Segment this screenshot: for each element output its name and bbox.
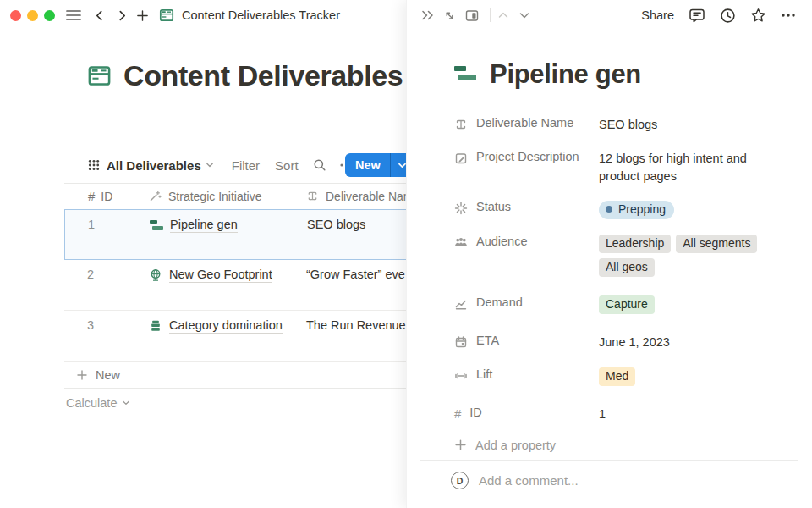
page-table-icon bbox=[87, 64, 112, 88]
view-bar: All Deliverables Filter Sort bbox=[88, 152, 354, 178]
more-options-ellipsis-icon[interactable] bbox=[781, 13, 796, 18]
spinner-icon bbox=[454, 202, 468, 215]
property-row-lift: Lift Med bbox=[454, 367, 782, 391]
bar-chart-icon bbox=[454, 64, 477, 86]
audience-tag[interactable]: Leadership bbox=[599, 235, 671, 253]
chevron-down-icon bbox=[122, 399, 130, 407]
property-label[interactable]: Project Description bbox=[454, 150, 599, 165]
favorite-star-icon[interactable] bbox=[750, 8, 766, 24]
record-title-link[interactable]: Pipeline gen bbox=[170, 218, 238, 233]
people-icon bbox=[454, 236, 468, 249]
plus-icon bbox=[76, 369, 88, 381]
comment-composer[interactable]: D Add a comment... bbox=[451, 472, 579, 489]
property-value[interactable]: Med bbox=[599, 367, 772, 391]
line-chart-icon bbox=[454, 297, 468, 311]
forward-icon[interactable] bbox=[117, 10, 128, 21]
filter-button[interactable]: Filter bbox=[232, 158, 260, 173]
property-row-id: # ID 1 bbox=[454, 406, 782, 423]
new-tab-icon[interactable] bbox=[136, 9, 149, 22]
lift-tag[interactable]: Med bbox=[599, 367, 635, 386]
sort-button[interactable]: Sort bbox=[275, 158, 299, 173]
property-label[interactable]: Audience bbox=[454, 235, 599, 249]
column-header-label: ID bbox=[101, 190, 112, 203]
zoom-window-button[interactable] bbox=[44, 10, 55, 21]
property-label[interactable]: # ID bbox=[454, 406, 599, 421]
audience-tag[interactable]: All segments bbox=[676, 235, 757, 253]
table-row[interactable]: 3 Category domination The Run Revenue S bbox=[64, 311, 430, 362]
property-row-demand: Demand Capture bbox=[454, 295, 782, 319]
text-icon bbox=[306, 190, 319, 202]
calculate-label: Calculate bbox=[66, 396, 117, 410]
calendar-icon bbox=[454, 335, 468, 349]
bar-chart-icon bbox=[150, 219, 163, 232]
text-icon bbox=[454, 118, 468, 131]
view-name-dropdown[interactable]: All Deliverables bbox=[107, 158, 201, 173]
add-property-button[interactable]: Add a property bbox=[454, 439, 782, 452]
property-label[interactable]: Lift bbox=[454, 367, 599, 383]
property-value[interactable]: Capture bbox=[599, 295, 772, 319]
close-window-button[interactable] bbox=[10, 10, 21, 21]
cell-id[interactable]: 3 bbox=[64, 311, 134, 361]
column-header-strategic-initiative[interactable]: Strategic Initiative bbox=[134, 190, 299, 203]
side-peek-layout-icon[interactable] bbox=[465, 9, 479, 22]
share-button[interactable]: Share bbox=[641, 8, 674, 22]
panel-toolbar: Share bbox=[407, 0, 812, 30]
property-value[interactable]: June 1, 2023 bbox=[599, 334, 772, 351]
table-new-row-button[interactable]: New bbox=[64, 362, 430, 389]
globe-icon bbox=[149, 268, 162, 282]
search-icon[interactable] bbox=[313, 158, 326, 172]
comments-icon[interactable] bbox=[689, 8, 705, 24]
minimize-window-button[interactable] bbox=[27, 10, 38, 21]
property-label[interactable]: ETA bbox=[454, 334, 599, 349]
audience-tag[interactable]: All geos bbox=[599, 258, 655, 277]
property-label[interactable]: Demand bbox=[454, 295, 599, 311]
cell-title[interactable]: Pipeline gen bbox=[134, 210, 299, 259]
cell-title[interactable]: Category domination bbox=[134, 311, 299, 361]
status-dot-icon bbox=[606, 206, 612, 213]
panel-bottom-divider bbox=[407, 505, 812, 505]
table-row[interactable]: 2 New Geo Footprint “Grow Faster” eve bbox=[64, 260, 430, 311]
back-icon[interactable] bbox=[94, 10, 105, 21]
property-value[interactable]: 1 bbox=[599, 406, 772, 423]
property-value[interactable]: Prepping bbox=[599, 200, 772, 219]
property-row-eta: ETA June 1, 2023 bbox=[454, 334, 782, 351]
table-row[interactable]: 1 Pipeline gen SEO blogs bbox=[64, 209, 430, 260]
record-title[interactable]: Pipeline gen bbox=[490, 59, 641, 90]
next-record-chevron-down-icon[interactable] bbox=[518, 10, 530, 20]
table-header-row: # ID Strategic Initiative Deliverable Na… bbox=[64, 183, 430, 209]
property-value[interactable]: LeadershipAll segmentsAll geos bbox=[599, 235, 772, 282]
record-title-link[interactable]: New Geo Footprint bbox=[169, 268, 272, 283]
property-label[interactable]: Status bbox=[454, 200, 599, 215]
status-badge[interactable]: Prepping bbox=[599, 201, 674, 219]
window-toolbar: Content Deliverables Tracker bbox=[0, 0, 340, 30]
column-divider[interactable] bbox=[299, 183, 299, 362]
previous-record-chevron-up-icon[interactable] bbox=[497, 10, 509, 20]
cell-id[interactable]: 1 bbox=[65, 210, 134, 259]
comment-input[interactable]: Add a comment... bbox=[479, 473, 579, 488]
calculate-dropdown[interactable]: Calculate bbox=[66, 396, 130, 410]
column-divider[interactable] bbox=[134, 183, 134, 362]
new-row-label: New bbox=[96, 368, 120, 382]
page-table-icon bbox=[159, 8, 174, 23]
user-avatar: D bbox=[451, 472, 469, 489]
window-title: Content Deliverables Tracker bbox=[182, 8, 340, 22]
close-peek-double-chevron-icon[interactable] bbox=[421, 9, 434, 21]
cell-title[interactable]: New Geo Footprint bbox=[134, 260, 299, 310]
record-title-link[interactable]: Category domination bbox=[169, 318, 283, 334]
property-value[interactable]: SEO blogs bbox=[599, 116, 772, 134]
property-label[interactable]: Deliverable Name bbox=[454, 116, 599, 131]
property-value[interactable]: 12 blogs for high intent and product pag… bbox=[599, 150, 772, 185]
column-header-id[interactable]: # ID bbox=[64, 190, 134, 203]
expand-page-icon[interactable] bbox=[443, 9, 456, 22]
demand-tag[interactable]: Capture bbox=[599, 295, 655, 314]
grid-view-icon[interactable] bbox=[88, 159, 100, 171]
edit-icon bbox=[454, 152, 468, 165]
hash-icon: # bbox=[88, 190, 95, 203]
sidebar-menu-icon[interactable] bbox=[66, 9, 81, 21]
new-button-label[interactable]: New bbox=[345, 158, 390, 172]
cell-id[interactable]: 2 bbox=[64, 260, 134, 310]
traffic-lights bbox=[10, 10, 55, 21]
chevron-down-icon[interactable] bbox=[206, 161, 214, 169]
history-clock-icon[interactable] bbox=[720, 8, 736, 24]
dumbbell-icon bbox=[454, 369, 468, 383]
